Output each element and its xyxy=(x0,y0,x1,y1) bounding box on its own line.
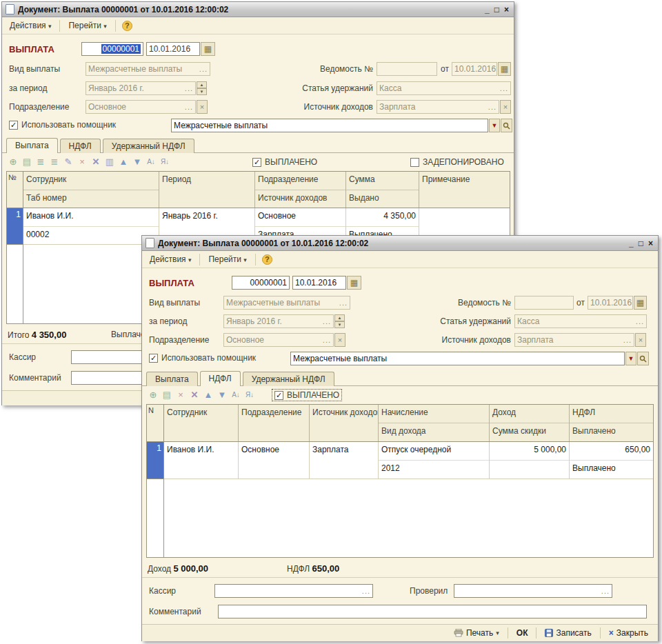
move-up-icon[interactable]: ▲ xyxy=(117,156,130,168)
assistant-combo[interactable]: Межрасчетные выплаты xyxy=(171,119,488,132)
col-paid-header[interactable]: Выплачено xyxy=(570,423,653,441)
assistant-checkbox[interactable]: ✓ Использовать помощник xyxy=(9,120,116,130)
cell-department[interactable]: Основное xyxy=(239,442,309,460)
ellipsis-icon[interactable]: ... xyxy=(599,587,610,595)
period-input[interactable]: Январь 2016 г.... xyxy=(86,81,196,95)
ok-button[interactable]: ОК xyxy=(512,627,532,639)
titlebar[interactable]: Документ: Выплата 00000001 от 10.01.2016… xyxy=(142,236,658,251)
delete-row-icon[interactable]: × xyxy=(174,389,188,401)
col-note-header[interactable]: Примечание xyxy=(419,172,510,190)
ellipsis-icon[interactable]: ... xyxy=(321,336,331,344)
close-icon[interactable]: × xyxy=(648,239,653,248)
clear-icon[interactable]: × xyxy=(197,100,208,114)
ellipsis-icon[interactable]: ... xyxy=(486,103,496,111)
help-icon[interactable]: ? xyxy=(262,254,272,265)
col-department-header[interactable]: Подразделение xyxy=(239,405,309,423)
doc-date-input[interactable]: 10.01.2016 xyxy=(146,42,200,56)
cell-sum[interactable]: 4 350,00 xyxy=(346,208,419,226)
checkbox-checked-icon[interactable]: ✓ xyxy=(274,391,283,400)
period-stepper[interactable]: ▲▼ xyxy=(334,314,345,328)
menu-actions[interactable]: Действия ▾ xyxy=(5,19,56,32)
close-button[interactable]: × Закрыть xyxy=(605,627,652,639)
ellipsis-icon[interactable]: ... xyxy=(197,65,208,73)
col-discount-header[interactable]: Сумма скидки xyxy=(490,423,569,441)
ellipsis-icon[interactable]: ... xyxy=(634,317,644,325)
cell-employee[interactable]: Иванов И.И. xyxy=(23,208,159,226)
cell-income-kind[interactable]: 2012 xyxy=(379,460,489,478)
tab-ndfl[interactable]: НДФЛ xyxy=(200,371,241,386)
table-row[interactable]: Иванов И.И. Основное Зарплата Отпуск оче… xyxy=(164,442,653,479)
cell-income[interactable]: 5 000,00 xyxy=(490,442,569,460)
ellipsis-icon[interactable]: ... xyxy=(337,299,348,307)
minimize-icon[interactable]: _ xyxy=(485,6,490,14)
tab-vyplata[interactable]: Выплата xyxy=(6,138,58,153)
col-department-header[interactable]: Подразделение xyxy=(255,172,345,190)
fill-lines-icon[interactable]: ≣ xyxy=(48,156,61,168)
menu-goto[interactable]: Перейти ▾ xyxy=(203,253,251,266)
clear-icon[interactable]: × xyxy=(635,333,646,347)
ellipsis-icon[interactable]: ... xyxy=(498,84,508,92)
edit-icon[interactable]: ✎ xyxy=(61,156,75,168)
col-tabnumber-header[interactable]: Таб номер xyxy=(23,190,159,208)
doc-number-input[interactable]: 00000001 xyxy=(232,276,290,290)
cell-tab-number[interactable]: 00002 xyxy=(23,226,159,244)
add-row-icon[interactable]: ⊕ xyxy=(6,156,20,168)
cell-department[interactable]: Основное xyxy=(255,208,345,226)
maximize-icon[interactable]: □ xyxy=(639,239,643,248)
cell-note[interactable] xyxy=(419,208,510,226)
sort-desc-icon[interactable]: Я↓ xyxy=(158,156,172,168)
col-income-source-header[interactable]: Источник доходов xyxy=(255,190,345,208)
search-icon[interactable] xyxy=(637,352,649,365)
col-ndfl-header[interactable]: НДФЛ xyxy=(570,405,653,423)
tab-uderzhanny-ndfl[interactable]: Удержанный НДФЛ xyxy=(103,139,194,153)
col-issued-header[interactable]: Выдано xyxy=(346,190,419,208)
close-icon[interactable]: × xyxy=(504,6,509,14)
ellipsis-icon[interactable]: ... xyxy=(321,317,331,325)
sort-asc-icon[interactable]: А↓ xyxy=(229,389,243,401)
cell-employee[interactable]: Иванов И.И. xyxy=(164,442,238,460)
tab-ndfl[interactable]: НДФЛ xyxy=(60,139,101,153)
ellipsis-icon[interactable]: ... xyxy=(183,84,193,92)
assistant-checkbox[interactable]: ✓ Использовать помощник xyxy=(149,353,256,363)
ellipsis-icon[interactable]: ... xyxy=(360,587,370,595)
sort-asc-icon[interactable]: А↓ xyxy=(144,156,158,168)
row-number-selected[interactable]: 1 xyxy=(7,208,23,245)
menu-goto[interactable]: Перейти ▾ xyxy=(63,19,111,32)
sheet-date-input[interactable]: 10.01.2016 xyxy=(452,62,497,76)
cell-ndfl[interactable]: 650,00 xyxy=(570,442,653,460)
cell-income-source[interactable]: Зарплата xyxy=(310,442,378,460)
comment-input[interactable] xyxy=(218,605,647,618)
ellipsis-icon[interactable]: ... xyxy=(183,103,193,111)
col-income-kind-header[interactable]: Вид дохода xyxy=(379,423,489,441)
period-input[interactable]: Январь 2016 г.... xyxy=(223,314,334,328)
checkbox-unchecked-icon[interactable] xyxy=(410,158,419,167)
ellipsis-icon[interactable]: ... xyxy=(621,336,632,344)
titlebar[interactable]: Документ: Выплата 00000001 от 10.01.2016… xyxy=(2,2,514,17)
sheet-number-input[interactable] xyxy=(377,62,437,76)
department-input[interactable]: Основное... xyxy=(223,333,334,347)
sheet-number-input[interactable] xyxy=(514,296,574,310)
calendar-button[interactable]: ▦ xyxy=(634,296,647,310)
chevron-down-icon[interactable]: ▼ xyxy=(625,352,636,365)
copy-row-icon[interactable]: ▤ xyxy=(160,389,174,401)
copy-row-icon[interactable]: ▤ xyxy=(20,156,34,168)
doc-date-input[interactable]: 10.01.2016 xyxy=(292,276,346,290)
minimize-icon[interactable]: _ xyxy=(629,239,634,248)
col-employee-header[interactable]: Сотрудник xyxy=(164,405,238,423)
delete-all-icon[interactable]: ✕ xyxy=(89,156,103,168)
cell-accrual[interactable]: Отпуск очередной xyxy=(379,442,489,460)
cell-paid-status[interactable]: Выплачено xyxy=(570,460,653,478)
tab-vyplata[interactable]: Выплата xyxy=(146,372,198,386)
period-stepper[interactable]: ▲▼ xyxy=(197,81,207,95)
delete-all-icon[interactable]: ✕ xyxy=(188,389,201,401)
deposited-checkbox[interactable]: ЗАДЕПОНИРОВАНО xyxy=(410,157,504,167)
payment-type-input[interactable]: Межрасчетные выплаты... xyxy=(223,296,350,310)
calendar-button[interactable]: ▦ xyxy=(201,42,215,56)
checkbox-checked-icon[interactable]: ✓ xyxy=(252,158,261,167)
paid-checkbox[interactable]: ✓ ВЫПЛАЧЕНО xyxy=(273,390,341,400)
paid-checkbox[interactable]: ✓ ВЫПЛАЧЕНО xyxy=(252,157,317,167)
checkbox-checked-icon[interactable]: ✓ xyxy=(149,354,158,363)
move-up-icon[interactable]: ▲ xyxy=(201,389,215,401)
tab-uderzhanny-ndfl[interactable]: Удержанный НДФЛ xyxy=(243,372,334,386)
clear-icon[interactable]: × xyxy=(500,100,511,114)
